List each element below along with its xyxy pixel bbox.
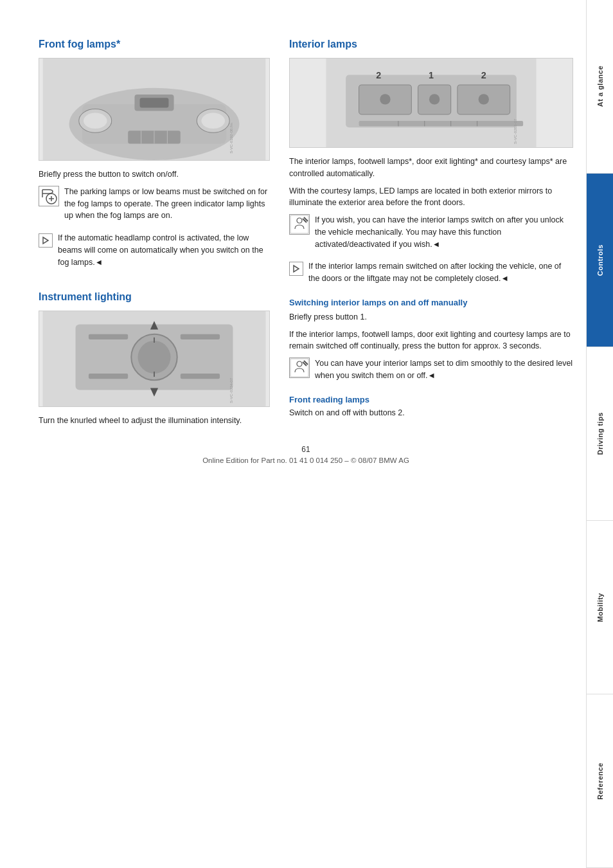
fog-lamps-image: S-VC-0192-08.fm [39, 58, 270, 161]
fog-lamps-note2: If the automatic headlamp control is act… [39, 232, 270, 273]
front-reading-section: Front reading lamps Switch on and off wi… [289, 395, 573, 419]
svg-text:1: 1 [429, 70, 434, 80]
sidebar: At a glance Controls Driving tips Mobili… [586, 0, 613, 868]
svg-text:S-VC-0234-07: S-VC-0234-07 [229, 377, 233, 403]
svg-rect-29 [89, 334, 128, 339]
svg-text:S-VC-0192-08.fm: S-VC-0192-08.fm [229, 123, 233, 154]
interior-image: 2 1 2 S- [289, 58, 573, 148]
fog-lamps-section: Front fog lamps* [39, 39, 270, 273]
instrument-title: Instrument lighting [39, 291, 270, 303]
switching-desc1: Briefly press button 1. [289, 311, 573, 323]
sidebar-driving-tips[interactable]: Driving tips [587, 347, 613, 521]
svg-point-42 [380, 94, 390, 104]
copyright-text: Online Edition for Part no. 01 41 0 014 … [39, 457, 573, 464]
fog-lamps-title: Front fog lamps* [39, 39, 270, 50]
dealer-icon-2 [289, 357, 310, 378]
fog-lamps-note1-text: The parking lamps or low beams must be s… [64, 186, 270, 222]
interior-note1-text: If you wish, you can have the interior l… [315, 214, 573, 250]
switching-desc2: If the interior lamps, footwell lamps, d… [289, 329, 573, 353]
sidebar-driving-tips-label: Driving tips [596, 412, 604, 455]
front-reading-title: Front reading lamps [289, 395, 573, 404]
fog-lamps-note2-text: If the automatic headlamp control is act… [58, 232, 270, 268]
sidebar-controls[interactable]: Controls [587, 174, 613, 347]
right-column: Interior lamps 2 1 [289, 39, 573, 432]
svg-rect-45 [359, 121, 524, 126]
svg-rect-4 [140, 98, 169, 107]
page-number: 61 [39, 445, 573, 454]
svg-point-44 [479, 94, 489, 104]
sidebar-mobility[interactable]: Mobility [587, 521, 613, 694]
parking-lamp-icon [39, 186, 59, 206]
svg-point-24 [138, 341, 170, 374]
two-col-layout: Front fog lamps* [39, 39, 573, 432]
instrument-image: S-VC-0234-07 [39, 311, 270, 407]
fog-lamps-note1: The parking lamps or low beams must be s… [39, 186, 270, 227]
svg-point-57 [297, 361, 302, 366]
svg-rect-30 [181, 334, 220, 339]
main-content: Front fog lamps* [0, 0, 586, 868]
interior-lamps-section: Interior lamps 2 1 [289, 39, 573, 290]
svg-marker-55 [294, 266, 299, 272]
sidebar-reference[interactable]: Reference [587, 694, 613, 868]
dealer-icon-1 [289, 214, 310, 235]
svg-point-6 [84, 113, 107, 129]
switching-note: You can have your interior lamps set to … [289, 357, 573, 387]
sidebar-reference-label: Reference [596, 763, 604, 800]
svg-rect-31 [89, 374, 128, 379]
sidebar-at-a-glance[interactable]: At a glance [587, 0, 613, 174]
instrument-lighting-section: Instrument lighting [39, 291, 270, 427]
svg-rect-32 [181, 374, 220, 379]
svg-point-52 [297, 218, 302, 223]
arrow-right-icon-2 [289, 262, 303, 276]
svg-text:2: 2 [481, 70, 486, 80]
left-column: Front fog lamps* [39, 39, 270, 432]
svg-text:S-VC-0263-07: S-VC-0263-07 [513, 118, 517, 144]
instrument-desc: Turn the knurled wheel to adjust the ill… [39, 415, 270, 427]
interior-note2: If the interior lamps remain switched on… [289, 260, 573, 290]
interior-desc1: The interior lamps, footwell lamps*, doo… [289, 156, 573, 180]
page-container: Front fog lamps* [0, 0, 613, 868]
front-reading-desc: Switch on and off with buttons 2. [289, 407, 573, 419]
sidebar-mobility-label: Mobility [596, 593, 604, 622]
page-footer: 61 Online Edition for Part no. 01 41 0 0… [39, 432, 573, 471]
interior-note1: If you wish, you can have the interior l… [289, 214, 573, 255]
interior-desc2: With the courtesy lamps, LED lamps are l… [289, 185, 573, 210]
fog-lamps-desc: Briefly press the button to switch on/of… [39, 168, 270, 181]
sidebar-at-a-glance-label: At a glance [596, 66, 604, 107]
svg-point-43 [429, 94, 440, 104]
switching-section: Switching interior lamps on and off manu… [289, 298, 573, 387]
arrow-right-icon [39, 233, 53, 248]
interior-note2-text: If the interior lamps remain switched on… [308, 260, 573, 285]
switching-subtitle: Switching interior lamps on and off manu… [289, 298, 573, 307]
sidebar-controls-label: Controls [596, 244, 604, 276]
svg-point-8 [201, 113, 225, 129]
switching-note-text: You can have your interior lamps set to … [315, 357, 573, 382]
svg-marker-20 [43, 237, 48, 244]
svg-text:2: 2 [376, 70, 381, 80]
interior-title: Interior lamps [289, 39, 573, 50]
